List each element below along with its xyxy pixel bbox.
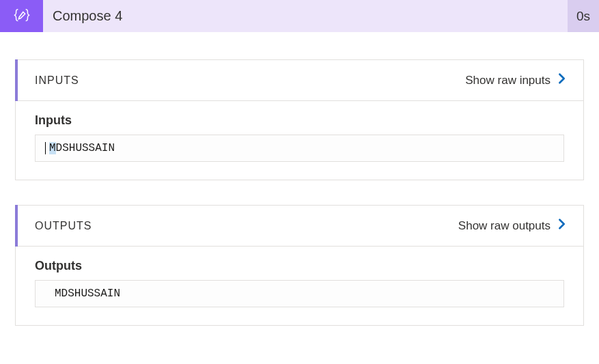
inputs-header-label: INPUTS [35,74,79,87]
outputs-header-label: OUTPUTS [35,220,92,232]
outputs-panel-body: Outputs MDSHUSSAIN [16,247,583,325]
braces-pencil-icon [12,6,32,27]
inputs-panel-header: INPUTS Show raw inputs [16,60,583,101]
compose-action-icon [0,0,43,32]
text-cursor [45,142,46,154]
action-header[interactable]: Compose 4 0s [0,0,599,32]
action-title: Compose 4 [43,0,568,32]
inputs-value-box[interactable]: MDSHUSSAIN [35,135,564,162]
outputs-panel: OUTPUTS Show raw outputs Outputs MDSHUSS… [15,205,584,326]
outputs-panel-header: OUTPUTS Show raw outputs [16,206,583,247]
outputs-value: MDSHUSSAIN [55,288,120,300]
panels-container: INPUTS Show raw inputs Inputs MDSHUSSAIN… [0,59,599,326]
show-raw-outputs-link[interactable]: Show raw outputs [458,218,568,234]
inputs-value-selected-char: M [49,142,56,154]
outputs-value-box[interactable]: MDSHUSSAIN [35,280,564,307]
chevron-right-icon [556,72,568,88]
action-duration-badge: 0s [568,0,599,32]
chevron-right-icon [556,218,568,234]
show-raw-inputs-link[interactable]: Show raw inputs [465,72,568,88]
outputs-field-label: Outputs [35,259,564,273]
inputs-panel: INPUTS Show raw inputs Inputs MDSHUSSAIN [15,59,584,180]
inputs-panel-body: Inputs MDSHUSSAIN [16,101,583,180]
show-raw-outputs-label: Show raw outputs [458,219,551,233]
inputs-field-label: Inputs [35,113,564,128]
show-raw-inputs-label: Show raw inputs [465,74,551,87]
inputs-value-rest: DSHUSSAIN [56,142,115,154]
